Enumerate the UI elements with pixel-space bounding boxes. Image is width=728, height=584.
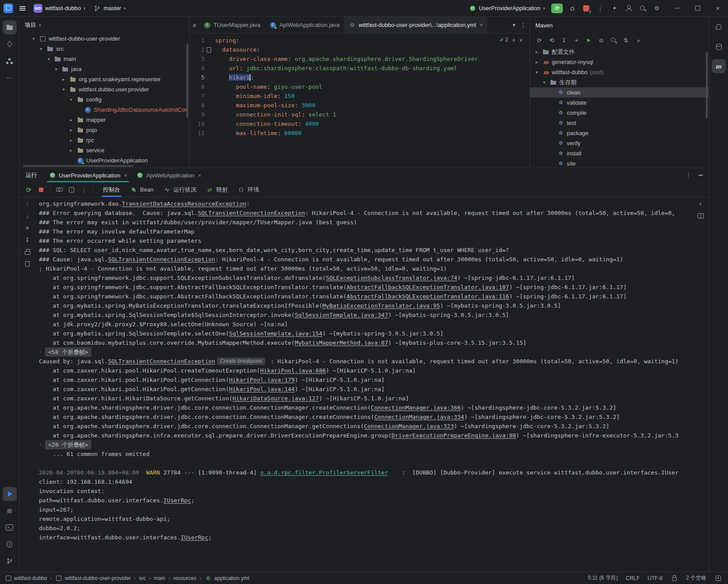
code-with-me-button[interactable]	[622, 2, 635, 15]
status-widget-icon[interactable]	[714, 575, 722, 582]
stack-trace-link[interactable]: DriverExecutionPrepareEngine.java:88	[391, 432, 516, 439]
view-tab[interactable]: ⇄映射	[201, 182, 232, 197]
run-config-widget[interactable]: UserProviderApplication ▾	[465, 2, 549, 15]
stack-trace-link[interactable]: SQLTransientConnectionException	[198, 210, 305, 216]
rerun-button[interactable]: ⟳	[23, 185, 34, 195]
stack-trace-link[interactable]: SqlSessionTemplate.java:154	[229, 330, 322, 337]
reload-all-button[interactable]: ⟲	[546, 35, 557, 45]
refresh-button[interactable]: ⟳	[534, 35, 545, 45]
maximize-button[interactable]	[687, 0, 708, 17]
indent-widget[interactable]: 2 个空格	[686, 574, 706, 582]
maven-tree-item[interactable]: ▸generator-mysql	[530, 57, 709, 67]
project-tree-item[interactable]: ▾main	[19, 54, 189, 64]
maven-tree-item[interactable]: ▾wittfast-dubbo (root)	[530, 67, 709, 77]
project-tree-item[interactable]: ▾java	[19, 64, 189, 74]
maven-tree-item[interactable]: ▸配置文件	[530, 47, 709, 57]
view-tab[interactable]: Bean	[125, 182, 158, 197]
search-everywhere-button[interactable]	[636, 2, 649, 15]
chevron-down-icon[interactable]: ▾	[46, 57, 52, 61]
run-button[interactable]	[3, 487, 17, 501]
close-tab-icon[interactable]: ×	[124, 172, 127, 179]
print-button[interactable]	[22, 247, 33, 256]
next-problem-icon[interactable]: ∨	[519, 35, 523, 45]
chevron-right-icon[interactable]: ▸	[68, 117, 74, 122]
view-tab[interactable]: 控制台	[98, 182, 125, 197]
heap-dump-button[interactable]	[66, 185, 77, 195]
fold-chevron-icon[interactable]: ›	[39, 440, 45, 449]
stack-trace-link[interactable]: MyBatisExceptionTranslator.java:95	[322, 302, 440, 309]
close-button[interactable]: ×	[708, 0, 728, 17]
breadcrumb-item[interactable]: application.yml	[205, 575, 249, 582]
debug-button[interactable]	[565, 2, 579, 15]
chevron-down-icon[interactable]: ▾	[53, 67, 59, 72]
more-tools-button[interactable]: ⋯	[3, 71, 17, 85]
console-more-button[interactable]: ⋮	[78, 185, 90, 195]
project-tree-item[interactable]: ▾src	[19, 44, 189, 54]
chevron-right-icon[interactable]: ▸	[68, 128, 74, 132]
hide-button[interactable]: »	[633, 35, 644, 45]
stack-trace-link[interactable]: SQLExceptionSubclassTranslator.java:74	[326, 275, 457, 281]
settings-button[interactable]: ⚙	[650, 2, 664, 15]
encoding-widget[interactable]: UTF-8	[648, 575, 663, 581]
stack-trace-link[interactable]: IUserRpc	[163, 497, 191, 504]
project-tree-item[interactable]: UserProviderApplication	[19, 155, 189, 166]
stack-trace-link[interactable]: ConnectionManager.java:323	[364, 423, 454, 430]
arrow-up-button[interactable]: ↑	[22, 199, 33, 209]
breadcrumb-item[interactable]: src	[139, 575, 146, 581]
maven-tree-item[interactable]: site	[530, 158, 709, 168]
view-tab[interactable]: {}环境	[232, 182, 264, 197]
editor-tab[interactable]: ApiWebApplication.java	[265, 17, 344, 33]
editor-tab[interactable]: a	[190, 17, 199, 33]
project-tree-item[interactable]: ▾wittfast-dubbo-user-provider	[19, 34, 189, 44]
database-button[interactable]	[712, 40, 726, 54]
stop-button[interactable]: 2	[580, 2, 593, 15]
run-tab[interactable]: ApiWebApplication×	[132, 168, 205, 182]
chevron-down-icon[interactable]: ▾	[68, 97, 74, 102]
maven-tree-item[interactable]: validate	[530, 98, 709, 108]
close-tab-icon[interactable]: ×	[480, 22, 483, 28]
line-separator-widget[interactable]: CRLF	[626, 575, 640, 581]
stack-trace-link[interactable]: SQLTransientConnectionException	[108, 358, 216, 365]
chevron-down-icon[interactable]: ▾	[30, 36, 37, 41]
project-button[interactable]	[3, 20, 17, 34]
soft-wrap-button[interactable]: ≡	[22, 223, 33, 233]
run-panel-options-icon[interactable]: ⋮	[685, 172, 692, 179]
run-goal-button[interactable]: ▶	[583, 35, 595, 45]
maven-vertical-scrollbar[interactable]	[706, 52, 708, 118]
stack-trace-link[interactable]: HikariDataSource.java:127	[232, 395, 319, 402]
thread-dump-button[interactable]	[53, 185, 65, 195]
chevron-down-icon[interactable]: ▾	[541, 80, 547, 85]
maven-tree-item[interactable]: clean	[530, 87, 709, 98]
project-tree-item[interactable]: ▸service	[19, 145, 189, 155]
breadcrumb-item[interactable]: resources	[173, 575, 197, 581]
app-icon[interactable]	[4, 4, 13, 13]
stack-trace-link[interactable]: SqlSessionTemplate.java:347	[295, 312, 388, 318]
stack-trace-link[interactable]: IUserRpc	[181, 534, 209, 541]
breadcrumb-item[interactable]: wittfast-dubbo	[4, 575, 47, 582]
folded-frames[interactable]: <58 个折叠帧>	[45, 347, 91, 357]
project-tree-item[interactable]: ▸pojo	[19, 125, 189, 135]
maven-tree-item[interactable]: compile	[530, 108, 709, 118]
project-tree-item[interactable]: ▾wittfast.dubbo.user.provider	[19, 84, 189, 94]
hidden-tabs-icon[interactable]: ▾	[510, 22, 518, 29]
expand-all-button[interactable]: ⇅	[620, 35, 632, 45]
stack-trace-link[interactable]: HikariPool.java:686	[260, 367, 326, 374]
scroll-end-button[interactable]: ↧	[22, 235, 33, 245]
stop-process-button[interactable]	[35, 185, 47, 195]
stack-trace-link[interactable]: HikariPool.java:179	[229, 377, 295, 383]
project-tree-item[interactable]: ▾config	[19, 94, 189, 105]
project-tree-item[interactable]: ▸mapper	[19, 115, 189, 125]
structure-button[interactable]	[3, 54, 17, 68]
inspections-widget[interactable]: ✔2 ∧ ∨	[500, 35, 523, 45]
editor[interactable]: 1234567891011 spring: datasource: driver…	[190, 34, 530, 168]
project-tree-item[interactable]: ShardingJdbcDatasourceAutoInitCon	[19, 105, 189, 115]
project-widget[interactable]: WD wittfast-dubbo ▾	[30, 2, 89, 15]
editor-tab[interactable]: wittfast-dubbo-user-provider\...\applica…	[344, 17, 487, 33]
lock-icon[interactable]	[671, 575, 678, 582]
maven-tree-item[interactable]: test	[530, 118, 709, 128]
maven-tree-item[interactable]: install	[530, 148, 709, 158]
project-horizontal-scrollbar[interactable]	[23, 165, 133, 167]
minimize-button[interactable]	[667, 0, 687, 17]
stack-trace-link[interactable]: ConnectionManager.java:334	[374, 414, 464, 420]
notifications-button[interactable]	[712, 20, 726, 34]
